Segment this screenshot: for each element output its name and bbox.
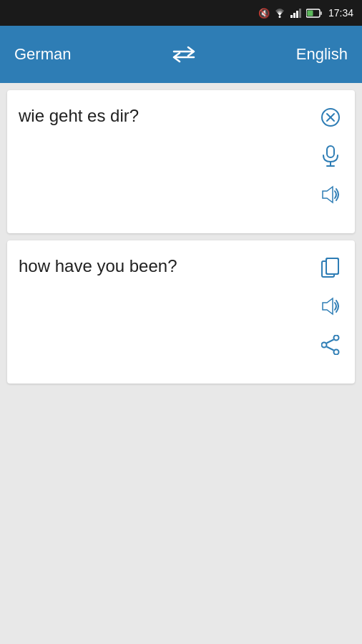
target-panel-icons: [315, 252, 346, 372]
status-bar: 🔇 17:34: [0, 0, 362, 26]
svg-marker-14: [323, 187, 333, 203]
source-panel-icons: [315, 102, 346, 222]
svg-rect-11: [327, 146, 334, 157]
svg-line-23: [327, 347, 334, 351]
source-tts-button[interactable]: [318, 182, 343, 208]
source-panel: wie geht es dir?: [7, 90, 355, 233]
status-time: 17:34: [328, 7, 353, 19]
svg-rect-3: [296, 11, 298, 18]
svg-marker-18: [323, 298, 333, 314]
battery-icon: [306, 9, 322, 18]
svg-rect-4: [299, 9, 301, 18]
svg-point-19: [334, 336, 339, 341]
target-language-button[interactable]: English: [296, 45, 348, 64]
svg-point-20: [334, 350, 339, 355]
target-text: how have you been?: [19, 252, 315, 372]
swap-languages-button[interactable]: [171, 44, 197, 64]
source-text[interactable]: wie geht es dir?: [19, 102, 315, 222]
signal-icon: [290, 8, 303, 18]
main-content: wie geht es dir?: [0, 83, 362, 391]
status-icons: 🔇 17:34: [258, 7, 353, 19]
svg-point-0: [278, 16, 280, 18]
mute-icon: 🔇: [258, 8, 270, 19]
copy-button[interactable]: [318, 255, 343, 280]
svg-line-22: [327, 340, 334, 343]
wifi-icon: [273, 8, 286, 18]
svg-rect-2: [293, 13, 295, 18]
source-language-button[interactable]: German: [14, 45, 71, 64]
svg-rect-1: [290, 15, 293, 18]
target-panel: how have you been?: [7, 240, 355, 384]
app-toolbar: German English: [0, 26, 362, 83]
svg-point-21: [322, 343, 327, 348]
target-tts-button[interactable]: [318, 293, 343, 319]
svg-rect-16: [326, 258, 338, 274]
svg-rect-6: [321, 11, 322, 15]
clear-button[interactable]: [318, 104, 343, 130]
microphone-button[interactable]: [318, 143, 343, 169]
svg-rect-7: [307, 10, 313, 16]
share-button[interactable]: [318, 332, 343, 358]
